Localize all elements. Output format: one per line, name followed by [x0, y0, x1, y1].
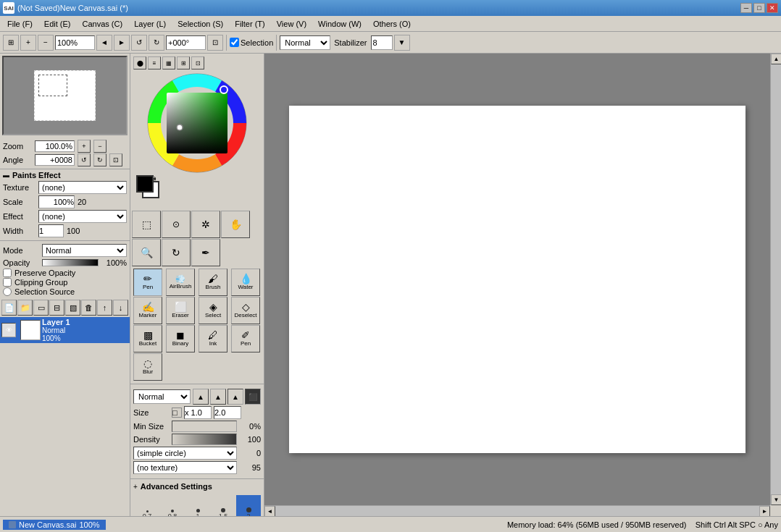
canvas-tab[interactable]: New Canvas.sai 100% [3, 520, 106, 530]
rotate-ccw-btn[interactable]: ↺ [131, 35, 147, 51]
zoom-fit-btn[interactable]: ⊞ [3, 35, 19, 51]
angle-cw-btn[interactable]: ↻ [93, 153, 106, 166]
effect-combo[interactable]: (none) [38, 210, 127, 223]
scroll-left-btn[interactable] [264, 506, 275, 516]
clipping-group-checkbox[interactable] [3, 278, 12, 287]
color-mode-h-btn[interactable]: ≡ [148, 56, 161, 69]
rotate-cw-btn[interactable]: ↻ [149, 35, 164, 51]
marker-tool-btn[interactable]: ✍ Marker [133, 297, 162, 324]
zoom-value-input[interactable] [35, 140, 75, 152]
pen2-tool-btn[interactable]: ✐ Pen [231, 325, 260, 352]
zoom-dec-btn[interactable]: ◄ [96, 35, 112, 51]
layer-flatten-btn[interactable]: ⊟ [49, 300, 64, 316]
brush-mode-combo[interactable]: Normal [133, 389, 191, 404]
layer-visibility-btn[interactable]: 👁 [1, 323, 16, 337]
v-scroll-track[interactable] [771, 64, 781, 494]
new-folder-btn[interactable]: 📁 [17, 300, 33, 316]
preset-cell-0.7[interactable]: 0.7 [135, 495, 159, 516]
layer-delete-btn[interactable]: 🗑 [81, 300, 96, 316]
menu-edit[interactable]: Edit (E) [38, 18, 77, 30]
hand-tool-btn[interactable]: ✋ [221, 211, 250, 238]
color-wheel-container[interactable] [146, 72, 248, 174]
shape-btn-4[interactable]: ⬛ [245, 389, 261, 405]
close-button[interactable]: ✕ [767, 3, 778, 13]
rotate-reset-btn[interactable]: ⊡ [207, 35, 223, 51]
canvas-area[interactable] [264, 54, 781, 516]
texture-combo[interactable]: (none) [38, 181, 127, 194]
select-tool-btn[interactable]: ◈ Select [199, 297, 227, 324]
layer-mask-btn[interactable]: ▭ [33, 300, 49, 316]
mode-combo[interactable]: Normal [280, 35, 330, 50]
menu-canvas[interactable]: Canvas (C) [77, 18, 129, 30]
drawing-canvas[interactable] [289, 106, 746, 453]
zoom-input[interactable] [55, 35, 95, 50]
lasso-tool-btn[interactable]: ⊙ [162, 211, 191, 238]
color-mode-s-btn[interactable]: ▦ [162, 56, 175, 69]
menu-selection[interactable]: Selection (S) [172, 18, 229, 30]
stabilizer-input[interactable] [371, 35, 393, 50]
zoom-minus-btn[interactable]: − [93, 140, 106, 153]
scroll-down-btn[interactable] [771, 494, 781, 505]
density-slider[interactable] [172, 434, 237, 445]
zoom-in-btn[interactable]: + [20, 35, 36, 51]
angle-value-input[interactable] [35, 154, 75, 166]
color-mode-wheel-btn[interactable]: ⬤ [133, 56, 146, 69]
ink-tool-btn[interactable]: 🖊 Ink [199, 325, 227, 352]
stabilizer-down-btn[interactable]: ▼ [394, 35, 410, 51]
preset-cell-0.8[interactable]: 0.8 [160, 495, 185, 516]
blur-tool-btn[interactable]: ◌ Blur [133, 353, 162, 381]
min-size-slider[interactable] [172, 421, 237, 432]
preset-cell-1.5[interactable]: 1.5 [211, 495, 235, 516]
binary-tool-btn[interactable]: ◼ Binary [166, 325, 195, 352]
menu-window[interactable]: Window (W) [312, 18, 367, 30]
bucket-tool-btn[interactable]: ▩ Bucket [133, 325, 162, 352]
minimize-button[interactable]: ─ [740, 3, 752, 13]
size-value-input[interactable] [214, 406, 241, 419]
zoom-inc-btn[interactable]: ► [114, 35, 130, 51]
shape-btn-3[interactable]: ▲ [227, 389, 243, 405]
advanced-settings-header[interactable]: + Advanced Settings [133, 482, 261, 491]
opacity-bar[interactable] [42, 259, 99, 266]
selection-source-radio[interactable] [3, 287, 12, 296]
color-wheel-svg[interactable] [146, 72, 248, 174]
preset-cell-1[interactable]: 1 [185, 495, 210, 516]
layer-mode-combo[interactable]: Normal [42, 244, 127, 257]
size-multiplier-input[interactable] [184, 406, 212, 419]
scale-value-input[interactable] [38, 195, 75, 208]
rotation-input[interactable] [166, 35, 206, 50]
magic-wand-tool-btn[interactable]: ✲ [191, 211, 220, 238]
preserve-opacity-checkbox[interactable] [3, 269, 12, 277]
layer-fill-btn[interactable]: ▧ [65, 300, 80, 316]
clipping-group-label[interactable]: Clipping Group [14, 278, 67, 287]
menu-file[interactable]: File (F) [1, 18, 38, 30]
selection-source-label[interactable]: Selection Source [14, 287, 75, 296]
scroll-right-btn[interactable] [759, 506, 770, 516]
menu-filter[interactable]: Filter (T) [229, 18, 271, 30]
color-mode-grid-btn[interactable]: ⊞ [177, 56, 190, 69]
menu-others[interactable]: Others (O) [367, 18, 417, 30]
rotate-tool-btn[interactable]: ↻ [162, 239, 191, 266]
preserve-opacity-label[interactable]: Preserve Opacity [14, 269, 75, 277]
scroll-up-btn[interactable] [771, 54, 781, 64]
zoom-out-btn[interactable]: − [38, 35, 54, 51]
new-layer-btn[interactable]: 📄 [1, 300, 17, 316]
eraser-tool-btn[interactable]: ⬜ Eraser [166, 297, 195, 324]
selection-checkbox[interactable] [230, 38, 239, 47]
color-mode-custom-btn[interactable]: ⊡ [191, 56, 204, 69]
brush-texture-combo[interactable]: (no texture) [133, 461, 237, 474]
angle-ccw-btn[interactable]: ↺ [78, 153, 91, 166]
maximize-button[interactable]: □ [753, 3, 765, 13]
menu-layer[interactable]: Layer (L) [128, 18, 172, 30]
water-tool-btn[interactable]: 💧 Water [231, 269, 260, 296]
shape-btn-1[interactable]: ▲ [193, 389, 209, 405]
eyedropper-tool-btn[interactable]: ✒ [191, 239, 220, 266]
layer-down-btn[interactable]: ↓ [113, 300, 128, 316]
brush-tool-btn[interactable]: 🖌 Brush [199, 269, 227, 296]
pen-tool-btn[interactable]: ✏ Pen [133, 269, 162, 296]
preset-cell-2[interactable]: 2 [236, 495, 261, 516]
deselect-tool-btn[interactable]: ◇ Deselect [231, 297, 260, 324]
menu-view[interactable]: View (V) [271, 18, 312, 30]
rect-select-tool-btn[interactable]: ⬚ [132, 211, 161, 238]
layer-up-btn[interactable]: ↑ [97, 300, 112, 316]
shape-btn-2[interactable]: ▲ [210, 389, 226, 405]
